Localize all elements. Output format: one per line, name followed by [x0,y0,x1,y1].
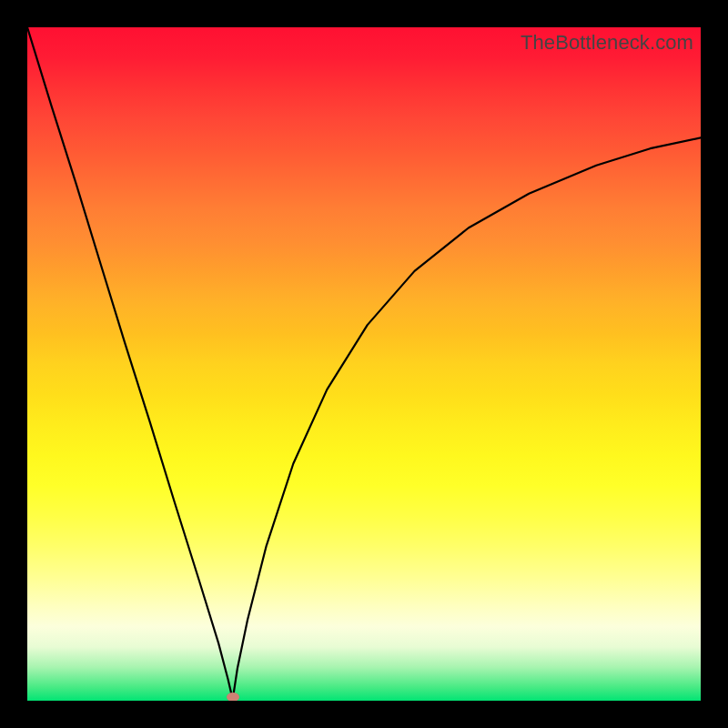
optimum-marker-icon [227,693,239,701]
chart-frame: TheBottleneck.com [0,0,728,728]
plot-area: TheBottleneck.com [27,27,701,701]
watermark-label: TheBottleneck.com [521,31,693,55]
heat-gradient-background [27,27,701,701]
